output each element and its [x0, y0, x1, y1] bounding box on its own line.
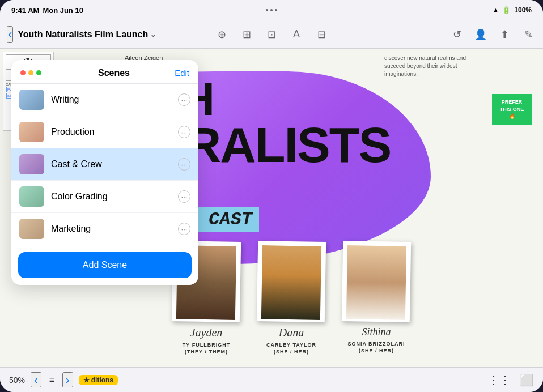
- project-title: Youth Naturalists Film Launch: [18, 29, 148, 40]
- sticky-note-text: PREFER THIS ONE: [500, 99, 524, 112]
- cast-signature-3: Sithina: [362, 326, 391, 338]
- scene-more-cast-crew[interactable]: ···: [178, 158, 190, 171]
- sticky-note-emoji: 🔥: [509, 113, 515, 119]
- scene-label-marketing: Marketing: [51, 224, 171, 234]
- cast-image-2: [261, 245, 321, 320]
- cast-name-3: SONIA BRIZZOLARI(SHE / HER): [347, 340, 405, 355]
- sticky-note: PREFER THIS ONE 🔥: [492, 94, 532, 125]
- scene-item-cast-crew[interactable]: Cast & Crew ···: [11, 148, 198, 181]
- scene-label-cast-crew: Cast & Crew: [51, 159, 171, 169]
- folder-tool-icon[interactable]: ⊡: [264, 27, 279, 42]
- toolbar-title: Youth Naturalists Film Launch ⌄: [18, 29, 156, 40]
- hierarchy-icon[interactable]: ⋮⋮: [488, 373, 511, 387]
- status-bar-center: [266, 9, 277, 11]
- add-scene-button[interactable]: Add Scene: [18, 252, 192, 278]
- scene-thumb-color-grading: [19, 186, 44, 207]
- star-badge: ★ ditions: [79, 375, 118, 385]
- scene-thumb-marketing: [19, 219, 44, 239]
- status-bar: 9:41 AM Mon Jun 10 ▲ 🔋 100%: [0, 0, 543, 20]
- list-icon[interactable]: ≡: [47, 375, 57, 385]
- scene-item-marketing[interactable]: Marketing ···: [11, 213, 198, 245]
- toolbar: ‹ Youth Naturalists Film Launch ⌄ ⊕ ⊞ ⊡ …: [0, 20, 543, 49]
- status-time: 9:41 AM: [11, 6, 39, 15]
- cast-name-2: CARLEY TAYLOR(SHE / HER): [266, 342, 316, 356]
- bottom-bar: 50% ‹ ≡ › ★ ditions ⋮⋮ ⬜: [0, 367, 543, 392]
- scene-thumb-writing: [19, 90, 44, 110]
- cast-signature-1: Jayden: [190, 326, 223, 339]
- status-bar-left: 9:41 AM Mon Jun 10: [11, 6, 83, 15]
- edit-icon[interactable]: ✎: [520, 27, 536, 42]
- scene-more-color-grading[interactable]: ···: [178, 190, 190, 203]
- cast-card-3: Sithina SONIA BRIZZOLARI(SHE / HER): [342, 241, 410, 356]
- cast-card-2: Dana CARLEY TAYLOR(SHE / HER): [257, 241, 325, 356]
- nav-forward-button[interactable]: ›: [62, 372, 73, 387]
- cast-name-1: TY FULLBRIGHT(THEY / THEM): [183, 342, 230, 356]
- zoom-level: 50%: [9, 376, 25, 385]
- scenes-header: Scenes Edit: [11, 60, 198, 84]
- dot-1: [266, 9, 268, 11]
- star-label: ditions: [91, 376, 113, 384]
- polaroid-3: [342, 241, 411, 322]
- scene-label-writing: Writing: [51, 95, 171, 105]
- title-chevron-icon[interactable]: ⌄: [150, 31, 156, 39]
- battery-icon: 🔋: [502, 6, 511, 14]
- bottom-right-icons: ⋮⋮ ⬜: [488, 373, 534, 387]
- scene-label-production: Production: [51, 127, 171, 137]
- toolbar-center: ⊕ ⊞ ⊡ A ⊟: [214, 27, 329, 42]
- person-icon[interactable]: 👤: [473, 27, 489, 42]
- canvas-area: 👁 PORTALGRAPHICS CAMERA: MACRO LENS STEA…: [0, 49, 543, 367]
- ipad-frame: 9:41 AM Mon Jun 10 ▲ 🔋 100% ‹ Youth Natu…: [0, 0, 543, 392]
- image-tool-icon[interactable]: ⊟: [313, 27, 329, 42]
- scenes-list: Writing ··· Production ··· Cast & Crew ·…: [11, 84, 198, 245]
- scene-item-production[interactable]: Production ···: [11, 116, 198, 148]
- scene-label-color-grading: Color Grading: [51, 191, 171, 202]
- polaroid-2: [257, 241, 326, 322]
- scene-more-writing[interactable]: ···: [178, 93, 190, 106]
- status-bar-right: ▲ 🔋 100%: [492, 6, 532, 14]
- battery-percent: 100%: [514, 6, 532, 14]
- cast-image-3: [346, 245, 406, 320]
- back-button[interactable]: ‹: [7, 26, 13, 43]
- share-icon[interactable]: ⬆: [497, 27, 512, 42]
- dot-3: [275, 9, 277, 11]
- scenes-panel: Scenes Edit Writing ··· Production ···: [11, 60, 198, 285]
- dot-2: [270, 9, 273, 11]
- text-tool-icon[interactable]: A: [289, 27, 304, 42]
- grid-tool-icon[interactable]: ⊞: [239, 27, 254, 42]
- scene-item-writing[interactable]: Writing ···: [11, 84, 198, 116]
- wifi-icon: ▲: [492, 6, 499, 14]
- nav-back-button[interactable]: ‹: [31, 372, 41, 387]
- close-dot[interactable]: [20, 70, 26, 75]
- minimize-dot[interactable]: [28, 70, 33, 75]
- scene-item-color-grading[interactable]: Color Grading ···: [11, 181, 198, 213]
- scene-thumb-cast-crew: [19, 154, 44, 174]
- pen-tool-icon[interactable]: ⊕: [214, 27, 230, 42]
- scenes-panel-title: Scenes: [98, 68, 130, 78]
- scene-more-marketing[interactable]: ···: [178, 223, 190, 235]
- layout-icon[interactable]: ⬜: [520, 373, 534, 387]
- scene-more-production[interactable]: ···: [178, 126, 190, 138]
- timer-icon[interactable]: ↺: [449, 27, 465, 42]
- maximize-dot[interactable]: [36, 70, 41, 75]
- scenes-edit-button[interactable]: Edit: [175, 68, 189, 78]
- top-right-description: discover new natural realms and succeed …: [384, 54, 486, 78]
- status-date: Mon Jun 10: [43, 6, 83, 15]
- cast-signature-2: Dana: [279, 326, 304, 339]
- scene-thumb-production: [19, 122, 44, 142]
- window-dots: [20, 70, 41, 75]
- star-icon: ★: [83, 376, 90, 384]
- toolbar-right: ↺ 👤 ⬆ ✎: [449, 27, 536, 42]
